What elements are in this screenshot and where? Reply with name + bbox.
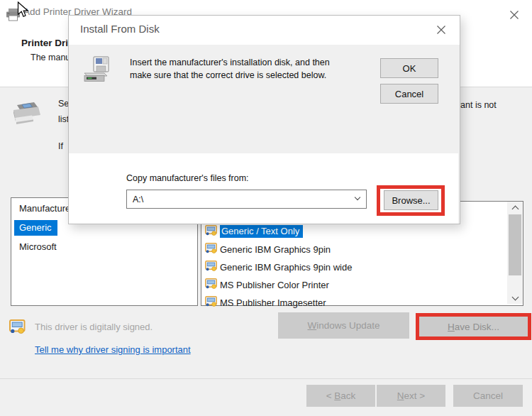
chevron-down-icon[interactable] [355,192,360,204]
printer-label: Generic / Text Only [220,225,303,238]
next-button[interactable]: Next > [377,385,445,407]
chevron-down-icon[interactable] [507,292,523,304]
vertical-scrollbar [507,202,523,304]
dialog-cancel-button[interactable]: Cancel [380,84,438,104]
printer-label: Generic IBM Graphics 9pin [220,244,331,255]
manufacturer-list-header: Manufacturer [19,203,74,214]
instruction-fragment-line3-start: If [58,141,63,151]
close-icon[interactable] [435,23,448,36]
driver-package-icon [205,296,217,309]
ok-button[interactable]: OK [380,58,438,78]
list-item-microsoft[interactable]: Microsoft [19,241,57,252]
install-from-disk-dialog: Install From Disk Insert the manufacture… [68,15,460,224]
close-icon[interactable] [508,9,520,21]
printer-graphic-icon [10,98,43,133]
dialog-message-line2: make sure that the correct drive is sele… [130,70,326,80]
list-item-generic[interactable]: Generic [14,220,57,236]
add-printer-driver-wizard-window: Add Printer Driver Wizard Printer Driver… [0,0,532,416]
driver-signed-status: This driver is digitally signed. [35,322,153,332]
dialog-message-line1: Insert the manufacturer's installation d… [130,58,330,67]
driver-package-icon [205,225,217,238]
chevron-up-icon[interactable] [507,202,523,213]
driver-signing-link[interactable]: Tell me why driver signing is important [35,344,191,355]
back-button[interactable]: < Back [306,385,375,407]
printer-label: MS Publisher Color Printer [220,280,329,290]
wizard-cancel-button[interactable]: Cancel [453,385,523,407]
windows-update-button[interactable]: Windows Update [278,312,409,339]
footer-bar [0,379,532,416]
drive-value: A:\ [133,195,355,204]
dialog-lower-panel [69,153,458,224]
printer-icon [6,8,22,24]
certified-driver-icon [9,319,26,337]
printer-row[interactable]: MS Publisher Color Printer [205,277,329,292]
driver-package-icon [205,278,217,291]
printer-label: MS Publisher Imagesetter [220,297,326,308]
drive-combobox[interactable]: A:\ [126,190,367,209]
floppy-drive-icon [83,56,111,86]
printer-row[interactable]: MS Publisher Imagesetter [205,295,326,310]
printer-row[interactable]: Generic IBM Graphics 9pin wide [205,259,352,275]
have-disk-button[interactable]: Have Disk... [419,317,528,336]
browse-button[interactable]: Browse... [384,190,438,210]
copy-from-label: Copy manufacturer's files from: [126,173,249,183]
dialog-title: Install From Disk [80,23,160,35]
driver-package-icon [205,243,217,256]
printer-row[interactable]: Generic IBM Graphics 9pin [205,241,331,257]
scrollbar-thumb[interactable] [509,214,521,275]
printer-row[interactable]: Generic / Text Only [205,224,303,239]
printer-label: Generic IBM Graphics 9pin wide [220,262,352,273]
driver-package-icon [205,261,217,273]
